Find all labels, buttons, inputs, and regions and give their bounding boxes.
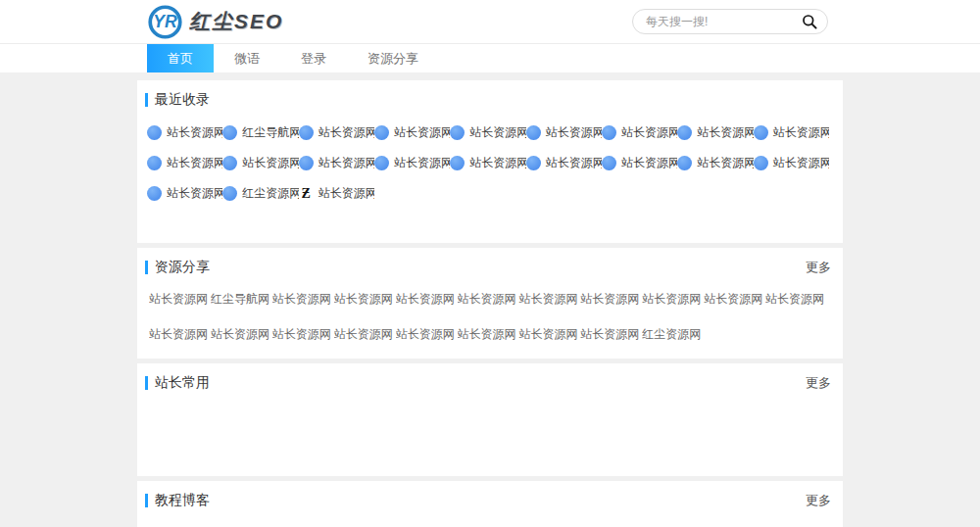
site-link[interactable]: 站长资源网 — [677, 155, 753, 171]
site-favicon-icon — [754, 125, 768, 140]
site-link[interactable]: 站长资源网 — [450, 155, 525, 171]
site-link[interactable]: 站长资源网 — [580, 326, 642, 343]
main-content: 最近收录 站长资源网红尘导航网站长资源网站长资源网站长资源网站长资源网站长资源网… — [137, 80, 843, 527]
more-link[interactable]: 更多 — [806, 374, 831, 392]
site-favicon-icon — [450, 125, 465, 140]
logo-yr-badge-icon: YR — [147, 4, 183, 40]
site-link[interactable]: 站长资源网 — [754, 155, 829, 171]
site-link-label: 站长资源网 — [580, 326, 639, 343]
logo-title: 红尘SEO — [189, 8, 283, 35]
section-accent-bar — [145, 93, 148, 107]
site-link[interactable]: 站长资源网 — [677, 124, 753, 141]
site-link[interactable]: 站长资源网 — [458, 326, 519, 343]
search-button[interactable] — [802, 14, 817, 29]
site-link-label: 红尘资源网 — [642, 326, 701, 343]
section-resource-share: 资源分享 更多 站长资源网红尘导航网站长资源网站长资源网站长资源网站长资源网站长… — [137, 248, 843, 359]
site-link[interactable]: 站长资源网 — [272, 291, 334, 308]
site-link[interactable]: 站长资源网 — [754, 124, 829, 141]
section-accent-bar — [145, 261, 148, 274]
site-link[interactable]: 站长资源网 — [518, 291, 580, 308]
site-link[interactable]: 红尘资源网 — [222, 185, 298, 202]
site-link[interactable]: 站长资源网 — [272, 326, 334, 343]
site-link[interactable]: 站长资源网 — [526, 124, 602, 141]
nav-item-3[interactable]: 资源分享 — [347, 44, 439, 72]
site-link[interactable]: 站长资源网 — [147, 155, 222, 171]
site-link[interactable]: 站长资源网 — [374, 124, 450, 141]
site-link[interactable]: 站长资源网 — [374, 155, 450, 171]
section-title: 最近收录 — [155, 91, 210, 109]
site-link[interactable]: 站长资源网 — [149, 291, 211, 308]
site-link-label: 站长资源网 — [704, 291, 762, 308]
site-link[interactable]: 站长资源网 — [334, 326, 396, 343]
site-favicon-icon — [374, 156, 389, 170]
site-link[interactable]: 站长资源网 — [458, 291, 519, 308]
section-accent-bar — [145, 494, 148, 507]
site-link[interactable]: 站长资源网 — [704, 291, 765, 308]
site-link-label: 站长资源网 — [167, 124, 222, 141]
site-link[interactable]: 站长资源网 — [147, 185, 222, 202]
site-favicon-icon — [147, 186, 162, 201]
site-link[interactable]: 站长资源网 — [518, 326, 580, 343]
site-link-label: 红尘导航网 — [211, 291, 270, 308]
site-link-label: 红尘导航网 — [242, 124, 298, 141]
site-link[interactable]: 站长资源网 — [602, 124, 677, 141]
site-link-label: 站长资源网 — [334, 291, 393, 308]
site-link-label: 站长资源网 — [621, 155, 677, 171]
link-grid: 站长资源网红尘导航网站长资源网站长资源网站长资源网站长资源网站长资源网站长资源网… — [145, 291, 831, 343]
nav-item-1[interactable]: 微语 — [214, 44, 280, 72]
site-link-label: 站长资源网 — [546, 124, 602, 141]
site-link-label: 站长资源网 — [518, 326, 577, 343]
section-title: 站长常用 — [155, 374, 210, 392]
site-link[interactable]: 站长资源网 — [642, 291, 704, 308]
site-link-label: 站长资源网 — [272, 326, 331, 343]
more-link[interactable]: 更多 — [806, 259, 831, 276]
site-favicon-icon — [299, 156, 314, 170]
section-title: 资源分享 — [155, 259, 210, 276]
site-link-label: 站长资源网 — [546, 155, 602, 171]
site-logo[interactable]: YR 红尘SEO — [147, 4, 283, 40]
section-webmaster-common: 站长常用 更多 — [137, 363, 843, 476]
site-link-label: 站长资源网 — [580, 291, 639, 308]
site-link-label: 站长资源网 — [334, 326, 393, 343]
site-link-label: 站长资源网 — [396, 291, 455, 308]
site-link[interactable]: 站长资源网 — [580, 291, 642, 308]
site-link[interactable]: Ƶ站长资源网 — [299, 185, 374, 202]
site-link-label: 站长资源网 — [642, 291, 701, 308]
site-link-label: 站长资源网 — [318, 124, 374, 141]
site-link[interactable]: 站长资源网 — [299, 124, 374, 141]
site-link-label: 站长资源网 — [394, 155, 450, 171]
site-link-label: 红尘资源网 — [242, 185, 298, 202]
site-link[interactable]: 站长资源网 — [211, 326, 272, 343]
section-header: 站长常用 更多 — [145, 374, 831, 392]
site-link[interactable]: 站长资源网 — [396, 326, 458, 343]
site-header: YR 红尘SEO — [0, 0, 980, 44]
search-input[interactable] — [646, 15, 802, 28]
site-link[interactable]: 红尘导航网 — [222, 124, 298, 141]
site-link[interactable]: 站长资源网 — [147, 124, 222, 141]
site-link[interactable]: 站长资源网 — [450, 124, 525, 141]
section-header: 最近收录 — [145, 91, 831, 109]
nav-item-2[interactable]: 登录 — [280, 44, 347, 72]
site-link[interactable]: 红尘导航网 — [211, 291, 272, 308]
site-favicon-icon — [450, 156, 465, 170]
site-link-label: 站长资源网 — [396, 326, 455, 343]
site-link[interactable]: 站长资源网 — [396, 291, 458, 308]
site-link[interactable]: 站长资源网 — [334, 291, 396, 308]
site-link[interactable]: 站长资源网 — [526, 155, 602, 171]
site-link[interactable]: 红尘资源网 — [642, 326, 704, 343]
more-link[interactable]: 更多 — [806, 492, 831, 509]
site-link-label: 站长资源网 — [211, 326, 270, 343]
site-favicon-icon — [299, 125, 314, 140]
site-favicon-icon — [677, 125, 692, 140]
site-favicon-icon — [222, 125, 237, 140]
site-link[interactable]: 站长资源网 — [222, 155, 298, 171]
nav-item-0-active[interactable]: 首页 — [147, 44, 214, 72]
site-link[interactable]: 站长资源网 — [299, 155, 374, 171]
site-link-label: 站长资源网 — [458, 291, 516, 308]
site-link[interactable]: 站长资源网 — [602, 155, 677, 171]
site-link-label: 站长资源网 — [167, 155, 222, 171]
section-accent-bar — [145, 376, 148, 390]
site-favicon-icon — [526, 156, 541, 170]
site-link[interactable]: 站长资源网 — [765, 291, 827, 308]
site-link[interactable]: 站长资源网 — [149, 326, 211, 343]
